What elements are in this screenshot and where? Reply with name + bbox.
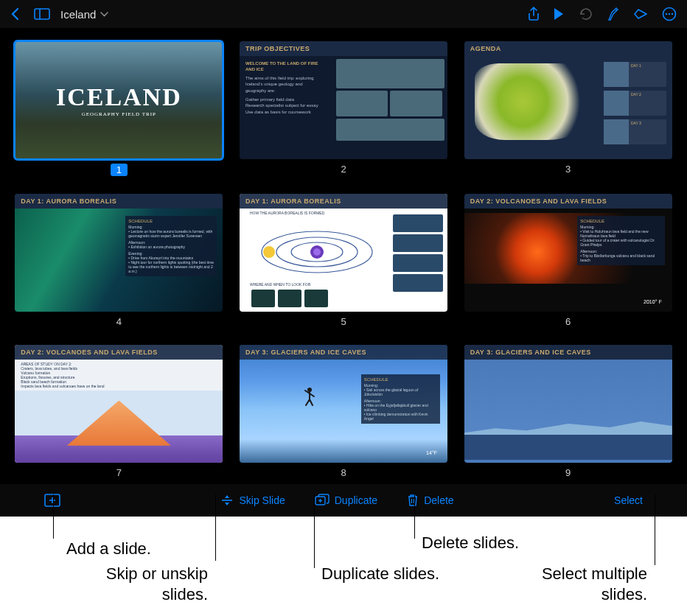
slide-header: DAY 1: AURORA BOREALIS [240, 194, 447, 209]
svg-point-6 [672, 13, 673, 15]
slide-title: ICELAND [56, 83, 182, 111]
svg-point-2 [615, 10, 617, 11]
select-button[interactable]: Select [614, 494, 643, 506]
back-icon[interactable] [10, 7, 21, 21]
card-title: DAY 1 [631, 63, 641, 68]
panel-text: Afternoon: • Trip to Bárðarbunga volcano… [580, 249, 661, 262]
format-brush-icon[interactable] [606, 7, 619, 21]
svg-point-12 [263, 246, 275, 258]
slide-header: AGENDA [464, 41, 672, 56]
card-title: DAY 2 [631, 92, 641, 97]
svg-point-11 [313, 248, 321, 256]
slide-number: 9 [565, 467, 571, 478]
panel-text: Morning: • Sail across the glacial lagoo… [364, 383, 437, 396]
trash-icon [407, 494, 419, 507]
document-title-text: Iceland [60, 8, 96, 21]
slide-header: DAY 3: GLACIERS AND ICE CAVES [240, 345, 447, 360]
callout-line-add [53, 494, 54, 539]
svg-rect-0 [35, 9, 49, 19]
svg-point-5 [669, 13, 670, 15]
skip-slide-button[interactable]: Skip Slide [220, 494, 285, 507]
topbar: Iceland [0, 0, 687, 28]
duplicate-button[interactable]: Duplicate [315, 494, 377, 507]
duplicate-icon [315, 494, 329, 507]
share-icon[interactable] [528, 7, 540, 21]
chevron-down-icon [100, 12, 108, 17]
slide-number: 4 [116, 316, 122, 327]
sidebar-toggle-icon[interactable] [34, 8, 50, 20]
temp-label: 2010° F [644, 299, 662, 304]
callout-line-skip [215, 494, 216, 561]
callout-select: Select multiple slides. [515, 564, 647, 604]
slide-1[interactable]: ICELAND GEOGRAPHY FIELD TRIP 1 [13, 41, 225, 176]
callout-delete: Delete slides. [422, 533, 519, 553]
slide-2[interactable]: TRIP OBJECTIVES WELCOME TO THE LAND OF F… [238, 41, 450, 176]
slide-number: 3 [565, 164, 571, 175]
slide-5[interactable]: DAY 1: AURORA BOREALIS HOW THE AURORA BO… [238, 194, 450, 327]
select-label: Select [614, 494, 643, 506]
animate-icon[interactable] [632, 7, 649, 21]
callout-line-duplicate [314, 494, 315, 568]
slide-6[interactable]: DAY 2: VOLCANOES AND LAVA FIELDS SCHEDUL… [462, 194, 674, 327]
temp-label: 14°F [426, 450, 437, 455]
callout-skip: Skip or unskip slides. [75, 564, 208, 604]
bullet: Impacts lava fields and volcanoes have o… [21, 384, 217, 388]
panel-text: Evening: • Drive from Akureyri into the … [128, 251, 214, 273]
slide-grid: ICELAND GEOGRAPHY FIELD TRIP 1 TRIP OBJE… [0, 28, 687, 484]
slide-number: 7 [116, 467, 122, 478]
callout-line-delete [414, 494, 415, 539]
topbar-right [528, 7, 677, 21]
slide-header: DAY 1: AURORA BOREALIS [15, 194, 223, 209]
slide-header: DAY 2: VOLCANOES AND LAVA FIELDS [15, 345, 223, 360]
bullet: Research specialist subject for essay [245, 102, 323, 108]
add-slide-icon [44, 494, 60, 507]
slide-number: 8 [341, 467, 346, 478]
keynote-app: Iceland [0, 0, 687, 517]
duplicate-label: Duplicate [335, 494, 377, 506]
document-title[interactable]: Iceland [60, 8, 108, 21]
play-icon[interactable] [553, 7, 565, 21]
more-icon[interactable] [662, 7, 677, 21]
slide-subtitle: GEOGRAPHY FIELD TRIP [56, 111, 182, 117]
slide-number: 6 [565, 316, 571, 327]
add-slide-button[interactable] [44, 494, 60, 507]
panel-sub: SCHEDULE [128, 219, 214, 223]
bullet: Use data as basis for coursework [245, 109, 323, 115]
callout-add: Add a slide. [66, 539, 151, 559]
card-title: DAY 3 [631, 121, 641, 125]
slide-header: TRIP OBJECTIVES [240, 41, 447, 56]
delete-label: Delete [424, 494, 453, 506]
skip-slide-icon [220, 494, 234, 507]
climber-icon [302, 386, 317, 407]
slide-header: DAY 2: VOLCANOES AND LAVA FIELDS [464, 194, 672, 209]
slide-number: 5 [341, 316, 346, 327]
undo-icon[interactable] [578, 7, 593, 21]
slide-3[interactable]: AGENDA DAY 1 DAY 2 DAY 3 3 [462, 41, 674, 176]
bullet: Gather primary field data [245, 97, 323, 102]
slide-sub2: WHERE AND WHEN TO LOOK FOR [250, 282, 310, 287]
slide-4[interactable]: DAY 1: AURORA BOREALIS SCHEDULE Morning:… [13, 194, 225, 327]
slide-7[interactable]: DAY 2: VOLCANOES AND LAVA FIELDS AREAS O… [13, 345, 225, 478]
slide-number: 1 [111, 164, 128, 176]
panel-text: Morning: • Visit to Holuhraun lava field… [580, 225, 661, 247]
topbar-left: Iceland [10, 7, 108, 21]
bottombar: Skip Slide Duplicate Delete Select [0, 484, 687, 517]
slide-body: The aims of this field trip: exploring I… [245, 75, 323, 94]
skip-label: Skip Slide [239, 494, 285, 506]
callout-line-select [655, 494, 655, 565]
slide-9[interactable]: DAY 3: GLACIERS AND ICE CAVES AREAS OF S… [462, 345, 674, 478]
slide-number: 2 [341, 164, 346, 175]
panel-text: Morning: • Lecture on how the aurora bor… [128, 225, 214, 238]
panel-sub: SCHEDULE [364, 377, 437, 382]
panel-text: Afternoon: • Hike on the Eyjafjallajökul… [364, 399, 437, 421]
slide-header: DAY 3: GLACIERS AND ICE CAVES [464, 345, 672, 360]
callout-duplicate: Duplicate slides. [321, 564, 439, 584]
slide-lead: WELCOME TO THE LAND OF FIRE AND ICE [245, 60, 323, 73]
panel-text: Afternoon: • Exhibition on aurora photog… [128, 240, 214, 249]
panel-sub: SCHEDULE [580, 219, 661, 223]
slide-8[interactable]: DAY 3: GLACIERS AND ICE CAVES SCHEDULE M… [238, 345, 450, 478]
svg-point-4 [666, 13, 667, 15]
